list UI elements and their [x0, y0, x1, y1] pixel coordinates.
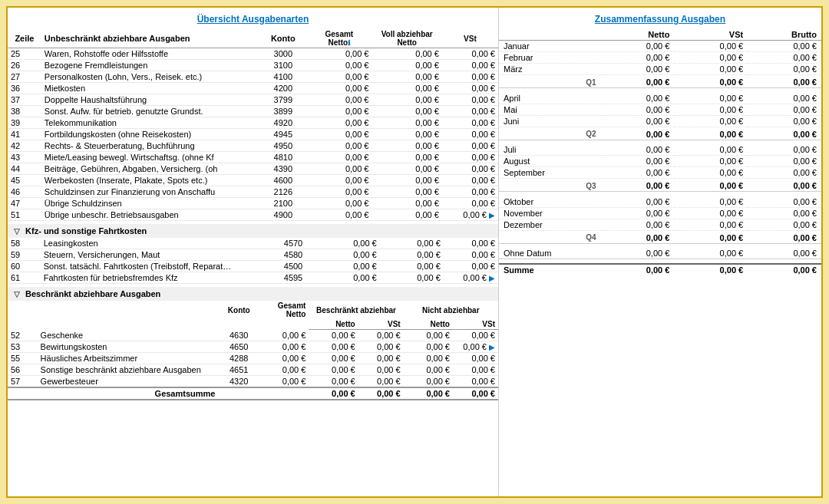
kfz-row-0: 58 Leasingkosten 4570 0,00 € 0,00 € 0,00… — [8, 238, 498, 249]
right-panel: Zusammenfassung Ausgaben Netto VSt Brutt… — [499, 8, 821, 496]
n-vst-cell: 0,00 € — [453, 353, 498, 364]
quarter-netto: 0,00 € — [601, 232, 675, 244]
desc-cell: Sonst. Aufw. für betrieb. genutzte Grund… — [41, 106, 260, 117]
quarter-row-Q2: Q2 0,00 € 0,00 € 0,00 € — [499, 129, 821, 140]
g-netto-cell: 0,00 € — [306, 175, 372, 186]
g-netto-cell: 0,00 € — [306, 83, 372, 94]
g-netto-cell: 0,00 € — [306, 140, 372, 152]
n-vst-cell: 0,00 € ▶ — [453, 341, 498, 353]
n-netto-cell: 0,00 € — [404, 376, 453, 388]
n-netto-cell: 0,00 € — [404, 353, 453, 364]
main-row-7: 41 Fortbildungskosten (ohne Reisekosten)… — [8, 129, 498, 140]
month-label: Februar — [499, 52, 601, 64]
quarter-row-Q1: Q1 0,00 € 0,00 € 0,00 € — [499, 77, 821, 88]
gesamtsumme-val3: 0,00 € — [404, 387, 453, 400]
beschr-row-3: 56 Sonstige beschränkt abziehbare Ausgab… — [8, 364, 498, 376]
month-brutto: 0,00 € — [748, 144, 821, 156]
ohne-datum-netto: 0,00 € — [601, 248, 675, 259]
ohne-datum-row: Ohne Datum 0,00 € 0,00 € 0,00 € — [499, 248, 821, 259]
g-netto-cell: 0,00 € — [306, 60, 372, 71]
b-netto-cell: 0,00 € — [309, 330, 358, 341]
kfz-table: ▽ Kfz- und sonstige Fahrtkosten — [8, 224, 498, 238]
v-netto-cell: 0,00 € — [380, 249, 444, 261]
v-netto-cell: 0,00 € — [380, 261, 444, 272]
konto-cell: 4900 — [259, 209, 306, 221]
month-label: März — [499, 64, 601, 75]
month-label: August — [499, 156, 601, 167]
month-row-Juni: Juni 0,00 € 0,00 € 0,00 € — [499, 115, 821, 127]
month-row-September: September 0,00 € 0,00 € 0,00 € — [499, 167, 821, 179]
quarter-vst: 0,00 € — [674, 129, 748, 140]
zeile-cell: 27 — [8, 71, 41, 83]
zeile-cell: 36 — [8, 83, 41, 94]
desc-cell: Bezogene Fremdleistungen — [41, 60, 260, 71]
g-netto-cell: 0,00 € — [259, 353, 309, 364]
n-netto-cell: 0,00 € — [404, 341, 453, 353]
month-label: Juli — [499, 144, 601, 156]
month-row-Dezember: Dezember 0,00 € 0,00 € 0,00 € — [499, 219, 821, 230]
desc-cell: Personalkosten (Lohn, Vers., Reisek. etc… — [41, 71, 260, 83]
v-netto-cell: 0,00 € — [372, 106, 441, 117]
month-brutto: 0,00 € — [748, 219, 821, 230]
month-brutto: 0,00 € — [748, 93, 821, 104]
konto-cell: 3899 — [259, 106, 306, 117]
b-netto-cell: 0,00 € — [309, 353, 358, 364]
main-row-0: 25 Waren, Rohstoffe oder Hilfsstoffe 300… — [8, 48, 498, 60]
main-row-3: 36 Mietkosten 4200 0,00 € 0,00 € 0,00 € — [8, 83, 498, 94]
summe-label: Summe — [499, 264, 601, 275]
zeile-cell: 47 — [8, 198, 41, 209]
month-row-August: August 0,00 € 0,00 € 0,00 € — [499, 156, 821, 167]
month-brutto: 0,00 € — [748, 156, 821, 167]
v-vst-cell: 0,00 € — [442, 71, 498, 83]
v-netto-cell: 0,00 € — [372, 83, 441, 94]
arrow-icon: ▶ — [489, 211, 495, 219]
quarter-row-Q3: Q3 0,00 € 0,00 € 0,00 € — [499, 180, 821, 192]
month-row-Februar: Februar 0,00 € 0,00 € 0,00 € — [499, 52, 821, 64]
konto-cell: 3000 — [259, 48, 306, 60]
desc-cell: Beiträge, Gebühren, Abgaben, Versicherg.… — [41, 163, 260, 175]
month-label: September — [499, 167, 601, 179]
month-netto: 0,00 € — [601, 64, 675, 75]
desc-cell: Übrige Schuldzinsen — [41, 198, 260, 209]
konto-cell: 2126 — [259, 186, 306, 198]
quarter-netto: 0,00 € — [601, 77, 675, 88]
zeile-cell: 58 — [8, 238, 41, 249]
month-vst: 0,00 € — [674, 167, 748, 179]
n-vst-cell: 0,00 € — [453, 364, 498, 376]
g-netto-cell: 0,00 € — [316, 261, 380, 272]
month-netto: 0,00 € — [601, 219, 675, 230]
konto-cell: 4600 — [259, 175, 306, 186]
main-row-2: 27 Personalkosten (Lohn, Vers., Reisek. … — [8, 71, 498, 83]
b-vst-cell: 0,00 € — [358, 364, 404, 376]
kfz-row-1: 59 Steuern, Versicherungen, Maut 4580 0,… — [8, 249, 498, 261]
beschr-subheader2-row: Netto VSt Netto VSt — [8, 319, 498, 330]
quarter-brutto: 0,00 € — [748, 129, 821, 140]
desc-cell: Gewerbesteuer — [38, 376, 219, 388]
month-vst: 0,00 € — [674, 156, 748, 167]
kfz-collapse-icon[interactable]: ▽ — [14, 227, 20, 236]
month-netto: 0,00 € — [601, 207, 675, 219]
v-vst-cell: 0,00 € ▶ — [442, 209, 498, 221]
right-title: Zusammenfassung Ausgaben — [499, 11, 821, 29]
zeile-cell: 39 — [8, 117, 41, 129]
month-brutto: 0,00 € — [748, 52, 821, 64]
zeile-cell: 55 — [8, 353, 38, 364]
main-row-10: 44 Beiträge, Gebühren, Abgaben, Versiche… — [8, 163, 498, 175]
arrow-icon: ▶ — [489, 343, 495, 351]
left-panel: Übersicht Ausgabenarten Zeile Unbeschrän… — [8, 8, 499, 496]
month-netto: 0,00 € — [601, 167, 675, 179]
right-table: Netto VSt Brutto Januar 0,00 € 0,00 € 0,… — [499, 29, 821, 275]
month-vst: 0,00 € — [674, 104, 748, 115]
g-netto-cell: 0,00 € — [259, 376, 309, 388]
desc-cell: Doppelte Haushaltsführung — [41, 94, 260, 106]
desc-cell: Sonstige beschränkt abziehbare Ausgaben — [38, 364, 219, 376]
beschr-collapse-icon[interactable]: ▽ — [14, 290, 20, 298]
month-vst: 0,00 € — [674, 219, 748, 230]
quarter-label: Q2 — [499, 129, 601, 140]
konto-cell: 4390 — [259, 163, 306, 175]
g-netto-cell: 0,00 € — [259, 330, 309, 341]
month-netto: 0,00 € — [601, 52, 675, 64]
g-netto-cell: 0,00 € — [306, 152, 372, 163]
zeile-cell: 59 — [8, 249, 41, 261]
desc-cell: Übrige unbeschr. Betriebsausgaben — [41, 209, 260, 221]
